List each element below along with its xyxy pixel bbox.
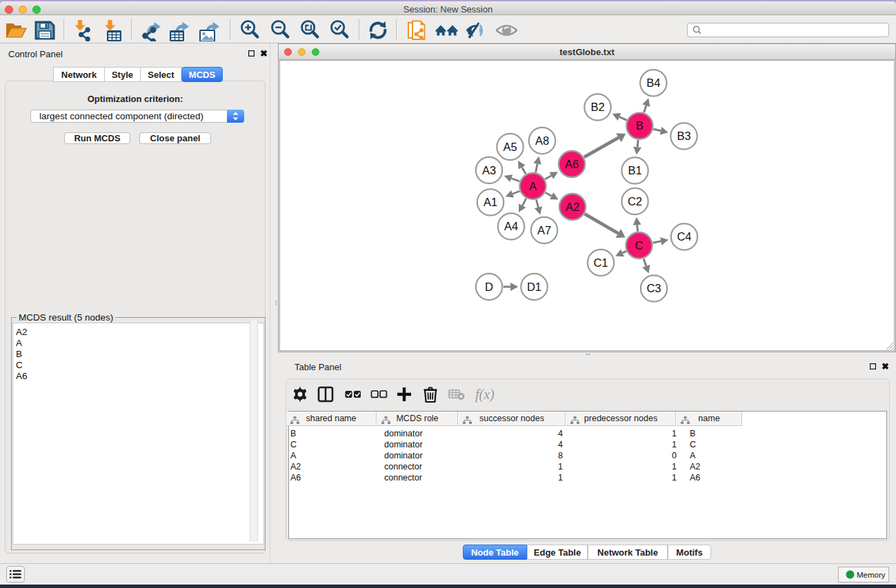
svg-text:C: C xyxy=(635,239,644,252)
svg-text:A4: A4 xyxy=(504,220,518,232)
svg-text:B2: B2 xyxy=(590,101,604,113)
svg-text:A: A xyxy=(529,180,537,192)
svg-text:A6: A6 xyxy=(565,158,579,170)
svg-text:A3: A3 xyxy=(482,164,496,176)
svg-text:f(x): f(x) xyxy=(475,387,495,403)
svg-text:B1: B1 xyxy=(628,164,641,176)
svg-text:A5: A5 xyxy=(503,141,517,153)
svg-text:C1: C1 xyxy=(593,256,608,269)
svg-text:B4: B4 xyxy=(646,77,660,89)
svg-text:C3: C3 xyxy=(646,282,661,294)
svg-text:B: B xyxy=(636,119,644,132)
svg-text:D1: D1 xyxy=(527,281,541,293)
svg-text:D: D xyxy=(485,281,493,293)
svg-text:A1: A1 xyxy=(484,196,497,208)
svg-text:C2: C2 xyxy=(628,195,642,207)
svg-text:A8: A8 xyxy=(535,134,549,147)
svg-text:A7: A7 xyxy=(537,224,551,236)
svg-text:C4: C4 xyxy=(677,230,691,243)
svg-text:A2: A2 xyxy=(566,201,579,213)
svg-text:B3: B3 xyxy=(677,130,690,142)
